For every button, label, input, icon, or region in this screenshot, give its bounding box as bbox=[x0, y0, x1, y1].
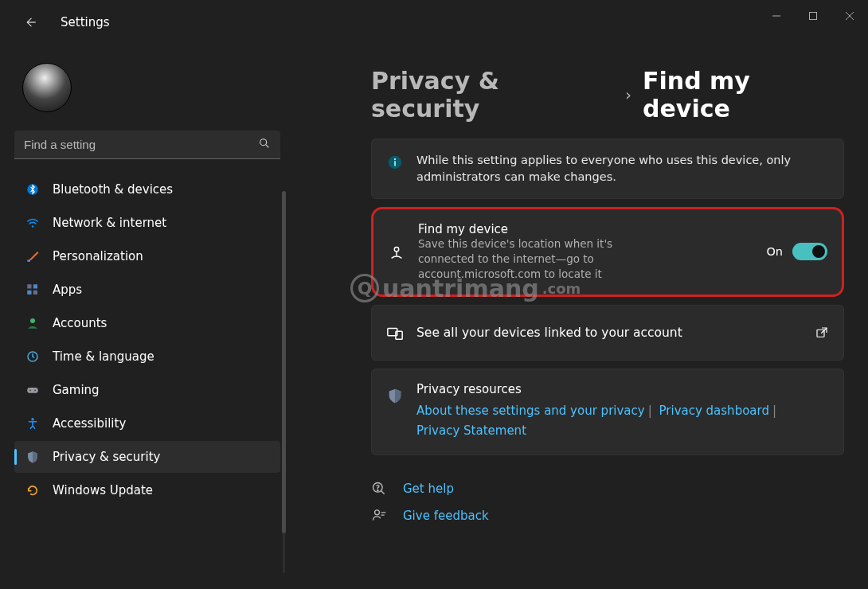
sidebar-item-update[interactable]: Windows Update bbox=[14, 474, 280, 506]
back-button[interactable] bbox=[22, 14, 38, 30]
chevron-right-icon: › bbox=[625, 85, 631, 104]
give-feedback-label: Give feedback bbox=[403, 509, 489, 523]
location-pin-icon bbox=[388, 244, 405, 261]
info-text: While this setting applies to everyone w… bbox=[416, 152, 829, 185]
scrollbar-thumb[interactable] bbox=[282, 191, 286, 533]
svg-point-19 bbox=[31, 418, 33, 420]
sidebar-item-label: Accounts bbox=[53, 316, 107, 330]
svg-line-30 bbox=[381, 490, 385, 493]
info-banner: While this setting applies to everyone w… bbox=[371, 138, 844, 199]
update-icon bbox=[25, 483, 40, 497]
svg-rect-9 bbox=[27, 260, 30, 262]
window-titlebar bbox=[0, 0, 868, 32]
sidebar-item-apps[interactable]: Apps bbox=[14, 274, 280, 306]
sidebar-item-label: Privacy & security bbox=[53, 450, 160, 464]
help-icon bbox=[371, 481, 387, 497]
linked-devices-label: See all your devices linked to your acco… bbox=[416, 326, 802, 340]
sidebar-nav: Bluetooth & devices Network & internet P… bbox=[14, 174, 282, 506]
svg-rect-12 bbox=[27, 291, 31, 294]
sidebar-item-privacy[interactable]: Privacy & security bbox=[14, 441, 280, 473]
minimize-button[interactable] bbox=[758, 0, 795, 32]
sidebar-item-label: Apps bbox=[53, 283, 82, 297]
profile-block[interactable] bbox=[14, 59, 285, 127]
sidebar-item-accessibility[interactable]: Accessibility bbox=[14, 408, 280, 439]
search-box[interactable] bbox=[14, 131, 280, 159]
svg-point-8 bbox=[32, 225, 33, 227]
paintbrush-icon bbox=[25, 249, 40, 263]
linked-devices-card[interactable]: See all your devices linked to your acco… bbox=[371, 305, 844, 361]
svg-point-17 bbox=[29, 389, 31, 391]
maximize-button[interactable] bbox=[795, 0, 831, 32]
breadcrumb: Privacy & security › Find my device bbox=[371, 67, 844, 123]
privacy-link-about[interactable]: About these settings and your privacy bbox=[416, 404, 645, 418]
sidebar-item-label: Windows Update bbox=[53, 483, 153, 497]
svg-rect-10 bbox=[27, 284, 31, 288]
bluetooth-icon bbox=[25, 182, 40, 197]
avatar bbox=[22, 63, 72, 112]
setting-description: Save this device's location when it's co… bbox=[418, 236, 641, 282]
shield-icon bbox=[386, 387, 404, 404]
svg-point-23 bbox=[394, 248, 399, 252]
shield-icon bbox=[25, 450, 40, 464]
app-title: Settings bbox=[61, 15, 110, 29]
sidebar-item-personalization[interactable]: Personalization bbox=[14, 240, 280, 272]
devices-icon bbox=[386, 325, 404, 342]
search-input[interactable] bbox=[24, 138, 258, 151]
svg-point-29 bbox=[377, 490, 378, 490]
svg-point-5 bbox=[260, 139, 267, 146]
sidebar-item-gaming[interactable]: Gaming bbox=[14, 374, 280, 406]
search-icon bbox=[258, 137, 271, 152]
svg-rect-16 bbox=[27, 388, 38, 393]
svg-line-6 bbox=[266, 145, 269, 148]
sidebar: Bluetooth & devices Network & internet P… bbox=[14, 59, 285, 589]
clock-globe-icon bbox=[25, 349, 40, 364]
svg-point-14 bbox=[30, 318, 35, 323]
find-my-device-card: Find my device Save this device's locati… bbox=[371, 207, 844, 297]
privacy-link-dashboard[interactable]: Privacy dashboard bbox=[659, 404, 769, 418]
person-icon bbox=[25, 316, 40, 330]
sidebar-item-label: Bluetooth & devices bbox=[53, 182, 173, 197]
gamepad-icon bbox=[25, 383, 40, 397]
privacy-link-statement[interactable]: Privacy Statement bbox=[416, 423, 526, 438]
setting-title: Find my device bbox=[418, 222, 753, 236]
sidebar-item-label: Network & internet bbox=[53, 216, 166, 230]
sidebar-item-label: Gaming bbox=[53, 383, 100, 397]
sidebar-item-accounts[interactable]: Accounts bbox=[14, 307, 280, 339]
find-my-device-toggle[interactable] bbox=[792, 243, 827, 260]
wifi-icon bbox=[25, 216, 40, 230]
close-button[interactable] bbox=[831, 0, 868, 32]
sidebar-scrollbar[interactable] bbox=[283, 191, 285, 573]
breadcrumb-parent[interactable]: Privacy & security bbox=[371, 67, 614, 123]
sidebar-item-bluetooth[interactable]: Bluetooth & devices bbox=[14, 174, 280, 205]
page-title: Find my device bbox=[643, 67, 844, 123]
footer-links: Get help Give feedback bbox=[371, 481, 844, 524]
sidebar-item-time[interactable]: Time & language bbox=[14, 341, 280, 373]
get-help-link[interactable]: Get help bbox=[371, 481, 844, 497]
svg-rect-22 bbox=[394, 161, 396, 166]
accessibility-icon bbox=[25, 416, 40, 431]
main-content: Privacy & security › Find my device Whil… bbox=[285, 59, 868, 589]
svg-rect-11 bbox=[33, 284, 37, 288]
apps-icon bbox=[25, 283, 40, 297]
svg-point-18 bbox=[34, 389, 36, 391]
feedback-icon bbox=[371, 508, 387, 524]
svg-point-21 bbox=[394, 158, 396, 160]
give-feedback-link[interactable]: Give feedback bbox=[371, 508, 844, 524]
sidebar-item-label: Personalization bbox=[53, 249, 143, 263]
svg-point-31 bbox=[375, 510, 380, 515]
open-external-icon bbox=[815, 326, 829, 340]
sidebar-item-label: Accessibility bbox=[53, 416, 126, 431]
svg-rect-13 bbox=[33, 291, 37, 294]
privacy-resources-title: Privacy resources bbox=[416, 382, 829, 396]
get-help-label: Get help bbox=[403, 482, 454, 496]
privacy-resources-card: Privacy resources About these settings a… bbox=[371, 369, 844, 455]
header: Settings bbox=[22, 14, 110, 30]
info-icon bbox=[386, 154, 404, 171]
toggle-state-label: On bbox=[766, 245, 783, 258]
sidebar-item-label: Time & language bbox=[53, 349, 154, 364]
sidebar-item-network[interactable]: Network & internet bbox=[14, 207, 280, 239]
svg-rect-1 bbox=[810, 13, 817, 20]
